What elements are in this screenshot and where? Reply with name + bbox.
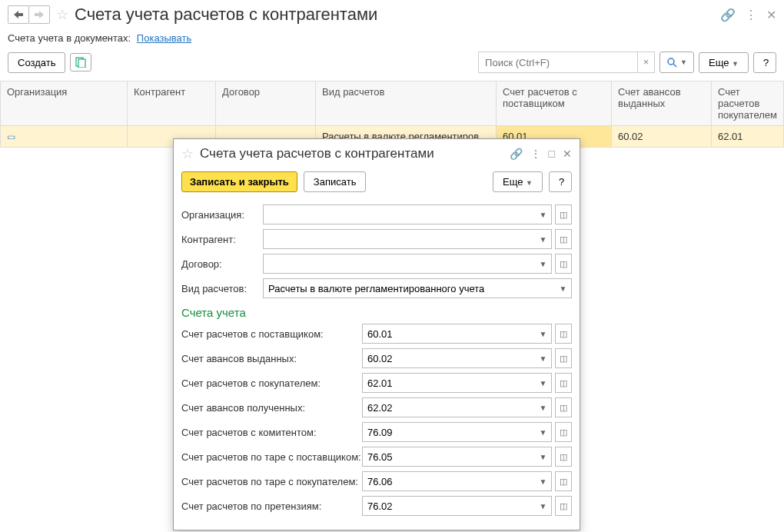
acc-adv-out-open-button[interactable]: ◫ (555, 348, 572, 368)
link-icon[interactable]: 🔗 (720, 8, 736, 22)
search-input[interactable] (479, 57, 637, 68)
dialog-star-icon[interactable]: ☆ (181, 145, 194, 162)
acc-adv-in-dropdown-button[interactable]: ▼ (535, 397, 552, 417)
dialog-title: Счета учета расчетов с контрагентами (200, 146, 434, 161)
acc-tare-buy-open-button[interactable]: ◫ (555, 471, 572, 491)
field-calc-type: Вид расчетов: ▼ ◫ (181, 278, 572, 298)
copy-button[interactable] (70, 53, 91, 71)
dialog-help-button[interactable]: ? (549, 171, 572, 192)
contragent-label: Контрагент: (181, 234, 263, 245)
col-acc-advance-out[interactable]: Счет авансов выданных (612, 81, 712, 126)
cell-acc-buyer[interactable]: 62.01 (712, 126, 784, 148)
acc-tare-sup-dropdown-button[interactable]: ▼ (535, 447, 552, 467)
acc-supplier-input[interactable] (362, 324, 535, 344)
acc-commit-dropdown-button[interactable]: ▼ (535, 422, 552, 442)
org-label: Организация: (181, 209, 263, 221)
search-clear-button[interactable]: × (637, 52, 654, 72)
contract-label: Договор: (181, 258, 263, 270)
col-calc-type[interactable]: Вид расчетов (316, 81, 497, 126)
dialog-more-button[interactable]: Еще ▼ (493, 171, 543, 192)
field-acc-supplier: Счет расчетов с поставщиком: ▼ ◫ (181, 324, 572, 344)
help-button[interactable]: ? (753, 52, 776, 73)
acc-supplier-dropdown-button[interactable]: ▼ (535, 324, 552, 344)
nav-back-button[interactable] (8, 5, 29, 24)
dialog-more-icon[interactable]: ⋮ (530, 148, 541, 160)
acc-adv-in-open-button[interactable]: ◫ (555, 397, 572, 417)
acc-buyer-label: Счет расчетов с покупателем: (181, 377, 362, 389)
acc-buyer-input[interactable] (362, 373, 535, 393)
col-acc-supplier[interactable]: Счет расчетов с поставщиком (497, 81, 612, 126)
acc-tare-sup-open-button[interactable]: ◫ (555, 447, 572, 467)
acc-adv-out-label: Счет авансов выданных: (181, 353, 362, 364)
favorite-star-icon[interactable]: ☆ (56, 6, 68, 23)
field-org: Организация: ▼ ◫ (181, 204, 572, 224)
acc-buyer-dropdown-button[interactable]: ▼ (535, 373, 552, 393)
contract-dropdown-button[interactable]: ▼ (535, 254, 552, 274)
dialog-close-icon[interactable]: ✕ (563, 148, 572, 160)
acc-tare-sup-input[interactable] (362, 447, 535, 467)
more-button[interactable]: Еще ▼ (699, 52, 749, 73)
field-acc-adv-out: Счет авансов выданных: ▼ ◫ (181, 348, 572, 368)
acc-tare-buy-label: Счет расчетов по таре с покупателем: (181, 476, 362, 487)
field-acc-adv-in: Счет авансов полученных: ▼ ◫ (181, 397, 572, 417)
field-acc-commit: Счет расчетов с комитентом: ▼ ◫ (181, 422, 572, 442)
save-button[interactable]: Записать (304, 171, 367, 192)
org-input[interactable] (263, 204, 535, 224)
close-icon[interactable]: ✕ (766, 8, 776, 22)
edit-dialog: ☆ Счета учета расчетов с контрагентами 🔗… (173, 138, 580, 530)
acc-adv-in-input[interactable] (362, 397, 535, 417)
acc-claims-dropdown-button[interactable]: ▼ (535, 496, 552, 516)
create-button[interactable]: Создать (8, 52, 65, 73)
org-open-button[interactable]: ◫ (555, 204, 572, 224)
header-actions: 🔗 ⋮ ✕ (720, 8, 776, 22)
grid-header-row: Организация Контрагент Договор Вид расче… (1, 81, 784, 126)
record-icon: ▭ (7, 131, 15, 142)
dialog-maximize-icon[interactable]: □ (549, 148, 555, 160)
chevron-down-icon: ▼ (680, 58, 687, 66)
calc-type-dropdown-button[interactable]: ▼ (555, 278, 572, 298)
contragent-input[interactable] (263, 229, 535, 249)
org-dropdown-button[interactable]: ▼ (535, 204, 552, 224)
col-org[interactable]: Организация (1, 81, 128, 126)
col-contract[interactable]: Договор (216, 81, 316, 126)
acc-claims-open-button[interactable]: ◫ (555, 496, 572, 516)
more-vert-icon[interactable]: ⋮ (745, 8, 757, 22)
contract-open-button[interactable]: ◫ (555, 254, 572, 274)
data-grid: Организация Контрагент Договор Вид расче… (0, 81, 784, 148)
acc-buyer-open-button[interactable]: ◫ (555, 373, 572, 393)
dialog-link-icon[interactable]: 🔗 (510, 148, 523, 160)
page-title: Счета учета расчетов с контрагентами (75, 5, 377, 25)
calc-type-label: Вид расчетов: (181, 283, 263, 294)
filter-show-link[interactable]: Показывать (137, 32, 191, 44)
nav-forward-button[interactable] (28, 5, 50, 24)
acc-claims-label: Счет расчетов по претензиям: (181, 500, 362, 512)
save-and-close-button[interactable]: Записать и закрыть (181, 171, 297, 192)
acc-adv-out-dropdown-button[interactable]: ▼ (535, 348, 552, 368)
field-acc-buyer: Счет расчетов с покупателем: ▼ ◫ (181, 373, 572, 393)
calc-type-input[interactable] (263, 278, 555, 298)
search-button[interactable]: ▼ (659, 52, 694, 73)
cell-acc-advance-out[interactable]: 60.02 (612, 126, 712, 148)
chevron-down-icon: ▼ (732, 60, 739, 68)
contragent-open-button[interactable]: ◫ (555, 229, 572, 249)
acc-commit-label: Счет расчетов с комитентом: (181, 427, 362, 438)
field-acc-tare-buy: Счет расчетов по таре с покупателем: ▼ ◫ (181, 471, 572, 491)
search-box: × (478, 52, 655, 73)
acc-adv-out-input[interactable] (362, 348, 535, 368)
col-acc-buyer[interactable]: Счет расчетов покупателем (712, 81, 784, 126)
cell-org[interactable]: ▭ (1, 126, 128, 148)
col-contragent[interactable]: Контрагент (128, 81, 216, 126)
acc-supplier-open-button[interactable]: ◫ (555, 324, 572, 344)
contract-input[interactable] (263, 254, 535, 274)
acc-commit-input[interactable] (362, 422, 535, 442)
arrow-left-icon (14, 11, 23, 18)
acc-supplier-label: Счет расчетов с поставщиком: (181, 328, 362, 340)
acc-claims-input[interactable] (362, 496, 535, 516)
contragent-dropdown-button[interactable]: ▼ (535, 229, 552, 249)
acc-tare-sup-label: Счет расчетов по таре с поставщиком: (181, 451, 362, 463)
arrow-right-icon (35, 11, 44, 18)
acc-tare-buy-input[interactable] (362, 471, 535, 491)
toolbar: Создать × ▼ Еще ▼ ? (0, 52, 784, 81)
acc-commit-open-button[interactable]: ◫ (555, 422, 572, 442)
acc-tare-buy-dropdown-button[interactable]: ▼ (535, 471, 552, 491)
